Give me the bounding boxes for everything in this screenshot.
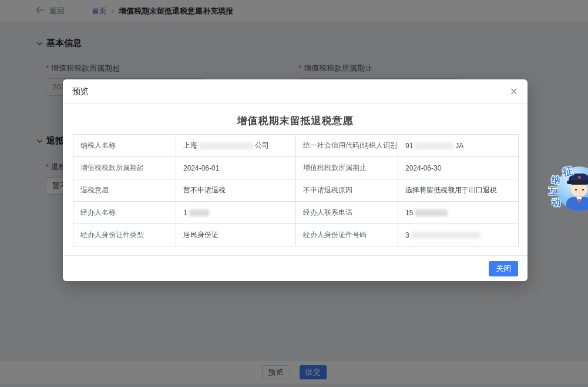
tax-assistant-widget[interactable]: 征 纳 互 动: [546, 162, 588, 212]
agent-name-label: 经办人名称: [73, 202, 176, 224]
agent-id-number-label: 经办人身份证件号码: [296, 224, 398, 246]
period-end-label: 增值税税款所属期止: [296, 157, 398, 179]
credit-code-value: 91JA: [398, 135, 519, 157]
redacted-text: [199, 142, 253, 149]
assistant-label-char: 纳: [552, 175, 560, 186]
period-start-value: 2024-06-01: [176, 157, 296, 179]
agent-phone-label: 经办人联系电话: [296, 202, 398, 224]
refund-will-value: 暂不申请退税: [176, 179, 296, 202]
credit-code-label: 统一社会信用代码(纳税人识别号): [296, 135, 398, 157]
no-refund-reason-label: 不申请退税原因: [296, 179, 398, 202]
table-row: 经办人身份证件类型 居民身份证 经办人身份证件号码 3: [73, 224, 519, 246]
agent-id-number-value: 3: [398, 224, 519, 246]
document-title: 增值税期末留抵退税意愿: [63, 114, 527, 128]
agent-phone-value: 15: [398, 202, 519, 224]
agent-id-type-value: 居民身份证: [176, 224, 296, 246]
period-end-value: 2024-06-30: [398, 157, 519, 179]
period-start-label: 增值税税款所属期起: [73, 157, 176, 179]
close-icon[interactable]: ×: [510, 86, 518, 96]
redacted-text: [415, 209, 448, 216]
modal-footer: 关闭: [63, 255, 527, 281]
table-row: 经办人名称 1 经办人联系电话 15: [73, 202, 519, 224]
refund-will-label: 退税意愿: [73, 179, 176, 202]
table-row: 纳税人名称 上海公司 统一社会信用代码(纳税人识别号) 91JA: [73, 135, 519, 157]
modal-title: 预览: [72, 86, 89, 97]
taxpayer-name-label: 纳税人名称: [73, 135, 176, 157]
preview-modal: 预览 × 增值税期末留抵退税意愿 纳税人名称 上海公司 统一社会信用代码(纳税人…: [63, 79, 527, 281]
no-refund-reason-value: 选择将留抵税额用于出口退税: [398, 179, 519, 202]
redacted-text: [411, 232, 481, 239]
taxpayer-name-value: 上海公司: [176, 135, 296, 157]
close-button[interactable]: 关闭: [489, 261, 518, 276]
agent-id-type-label: 经办人身份证件类型: [73, 224, 176, 246]
redacted-text: [189, 209, 209, 216]
assistant-label-char: 动: [552, 197, 560, 208]
assistant-label-char: 互: [549, 186, 557, 197]
table-row: 增值税税款所属期起 2024-06-01 增值税税款所属期止 2024-06-3…: [73, 157, 519, 179]
preview-table: 纳税人名称 上海公司 统一社会信用代码(纳税人识别号) 91JA 增值税税款所属…: [73, 134, 519, 246]
table-row: 退税意愿 暂不申请退税 不申请退税原因 选择将留抵税额用于出口退税: [73, 179, 519, 202]
modal-header: 预览 ×: [63, 79, 527, 104]
redacted-text: [415, 142, 453, 149]
agent-name-value: 1: [176, 202, 296, 224]
